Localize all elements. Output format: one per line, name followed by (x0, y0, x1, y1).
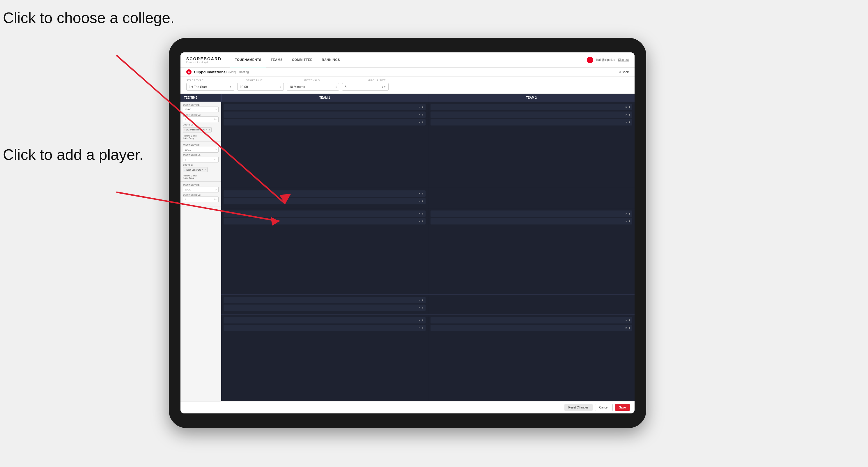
sign-out-link[interactable]: Sign out (618, 58, 629, 61)
group1-team2-player3-slot[interactable]: ✕ ⬇ (431, 119, 632, 125)
group1-course-slot-1[interactable]: ✕ ⬇ (223, 190, 426, 197)
group2-starting-hole-input[interactable]: 1 ⬆⬇ (183, 157, 219, 162)
group3-team2-cell: ✕ ⬇ ✕ ⬇ (428, 315, 635, 401)
user-email: blair@clippd.io (596, 58, 615, 61)
g2t1p2-x: ✕ (418, 220, 421, 223)
group1-team1-p3-x: ✕ (418, 121, 421, 124)
start-time-info-icon: ℹ (280, 85, 281, 88)
g2t1p1-x: ✕ (418, 213, 421, 215)
hole-arrows-2: ⬆⬇ (213, 158, 217, 161)
group1-course-label: COURSE: (183, 124, 219, 126)
group2-course-slot-1[interactable]: ✕ ⬇ (223, 297, 426, 303)
g2t1p1-exp: ⬇ (422, 213, 424, 215)
clippd-logo-icon: C (186, 69, 191, 74)
nav-tab-committee[interactable]: COMMITTEE (287, 53, 317, 67)
team2-col-header: Team 2 (428, 94, 634, 102)
g2c-exp-1: ⬇ (422, 299, 424, 302)
nav-tab-tournaments[interactable]: TOURNAMENTS (230, 53, 266, 67)
group3-starting-hole-input[interactable]: 1 ⬆⬇ (183, 196, 219, 203)
group1-team2-p3-x: ✕ (625, 121, 627, 124)
intervals-select[interactable]: 10 Minutes ℹ (287, 83, 339, 91)
group3-starting-hole-label: STARTING HOLE: (183, 194, 219, 196)
group1-team2-p3-expand: ⬇ (628, 121, 630, 124)
teams-col-headers: Team 1 Team 2 (221, 94, 634, 102)
group1-starting-time-group: STARTING TIME: 10:00 ⏱ (183, 104, 219, 113)
group1-team1-p1-x: ✕ (418, 106, 421, 108)
action-bar: Reset Changes Cancel Save (181, 401, 634, 413)
group2-team2-player1-slot[interactable]: ✕ ⬇ (431, 211, 632, 217)
group2-actions: Remove Group + Add Group (183, 175, 219, 179)
app-logo: SCOREBOARD (186, 57, 221, 61)
g3t1p2-x: ✕ (418, 327, 421, 329)
group2-remove-link[interactable]: Remove Group (183, 175, 219, 177)
course-slot-x-1: ✕ (418, 192, 421, 195)
group2-starting-hole-group: STARTING HOLE: 1 ⬆⬇ (183, 154, 219, 162)
save-button[interactable]: Save (615, 404, 630, 411)
group3-team1-player2-slot[interactable]: ✕ ⬇ (223, 324, 426, 331)
group3-team1-player1-slot[interactable]: ✕ ⬇ (223, 317, 426, 323)
hole-arrows-3: ⬆⬇ (213, 198, 217, 200)
group1-course-name: (A) Peachtree GC (186, 128, 205, 131)
start-type-select[interactable]: 1st Tee Start ▼ (186, 83, 234, 91)
group1-team1-player3-slot[interactable]: ✕ ⬇ (223, 119, 426, 125)
group1-team2-player1-slot[interactable]: ✕ ⬇ (431, 104, 632, 110)
group2-team2-player2-slot[interactable]: ✕ ⬇ (431, 218, 632, 224)
time-icon-3: ⏱ (215, 189, 217, 191)
controls-labels: Start Type Start Time Intervals Group Si… (186, 79, 629, 82)
group2-starting-time-label: STARTING TIME: (183, 144, 219, 146)
cancel-button[interactable]: Cancel (595, 404, 613, 411)
g2t2p1-x: ✕ (625, 213, 627, 215)
group2-course-tag[interactable]: ● East Lake GC ✕ ⬇ (183, 167, 208, 173)
nav-tab-teams[interactable]: TEAMS (266, 53, 287, 67)
group2-course-slot-2[interactable]: ✕ ⬇ (223, 305, 426, 311)
sidebar-group-2: STARTING TIME: 10:10 ⏱ STARTING HOLE: 1 … (181, 142, 221, 182)
group1-course-tag[interactable]: ● (A) Peachtree GC ✕ ⬇ (183, 127, 212, 132)
group2-team2-cell: ✕ ⬇ ✕ ⬇ (428, 208, 635, 294)
group3-starting-time-input[interactable]: 10:20 ⏱ (183, 187, 219, 192)
course-dot-icon-2: ● (184, 169, 185, 171)
course-expand-1: ⬇ (209, 129, 210, 131)
app-header: SCOREBOARD Powered by clippd TOURNAMENTS… (181, 53, 634, 67)
group2-starting-time-group: STARTING TIME: 10:10 ⏱ (183, 144, 219, 153)
group2-team1-player1-slot[interactable]: ✕ ⬇ (223, 211, 426, 217)
start-time-select[interactable]: 10:00 ℹ (237, 83, 284, 91)
time-icon-2: ⏱ (215, 149, 217, 151)
group2-course-team1: ✕ ⬇ ✕ ⬇ (221, 294, 428, 314)
group1-team2-player2-slot[interactable]: ✕ ⬇ (431, 112, 632, 118)
group2-starting-time-input[interactable]: 10:10 ⏱ (183, 147, 219, 153)
app-logo-sub: Powered by clippd (186, 61, 221, 63)
group1-starting-time-input[interactable]: 10:00 ⏱ (183, 106, 219, 113)
reset-changes-button[interactable]: Reset Changes (564, 404, 593, 411)
group2-teams-row: ✕ ⬇ ✕ ⬇ ✕ ⬇ (221, 208, 634, 294)
group1-team1-p2-expand: ⬇ (422, 114, 424, 116)
g2t2p2-exp: ⬇ (628, 220, 630, 223)
group3-team2-player1-slot[interactable]: ✕ ⬇ (431, 317, 632, 323)
back-button[interactable]: < Back (619, 70, 629, 74)
group2-team1-player2-slot[interactable]: ✕ ⬇ (223, 218, 426, 224)
nav-tab-rankings[interactable]: RANKINGS (317, 53, 345, 67)
group1-starting-hole-input[interactable]: 1 ⬆⬇ (183, 117, 219, 122)
group3-team2-player2-slot[interactable]: ✕ ⬇ (431, 324, 632, 331)
course-x-1[interactable]: ✕ (206, 129, 208, 131)
group1-team1-player2-slot[interactable]: ✕ ⬇ (223, 112, 426, 118)
time-icon-1: ⏱ (215, 108, 217, 111)
group1-team1-player1-slot[interactable]: ✕ ⬇ (223, 104, 426, 110)
course-slot-x-2: ✕ (418, 200, 421, 203)
group2-course-group: COURSE: ● East Lake GC ✕ ⬇ (183, 164, 219, 174)
group1-course-slot-2[interactable]: ✕ ⬇ (223, 198, 426, 205)
group1-add-link[interactable]: + Add Group (183, 137, 219, 139)
group1-starting-hole-group: STARTING HOLE: 1 ⬆⬇ (183, 114, 219, 122)
group1-remove-link[interactable]: Remove Group (183, 135, 219, 137)
group1-team1-p1-expand: ⬇ (422, 106, 424, 108)
sidebar-group-3: STARTING TIME: 10:20 ⏱ STARTING HOLE: 1 … (181, 182, 221, 207)
user-avatar (587, 57, 593, 63)
controls-bar: Start Type Start Time Intervals Group Si… (181, 76, 634, 94)
team1-col-header: Team 1 (221, 94, 428, 102)
tablet-frame: SCOREBOARD Powered by clippd TOURNAMENTS… (169, 38, 646, 428)
group-size-select[interactable]: 3 ▲▼ (342, 83, 389, 91)
group2-add-link[interactable]: + Add Group (183, 177, 219, 179)
course-x-2[interactable]: ✕ (202, 168, 204, 171)
group2-team1-cell: ✕ ⬇ ✕ ⬇ (221, 208, 428, 294)
start-type-label: Start Type (186, 79, 234, 82)
group3-team1-cell: ✕ ⬇ ✕ ⬇ (221, 315, 428, 401)
